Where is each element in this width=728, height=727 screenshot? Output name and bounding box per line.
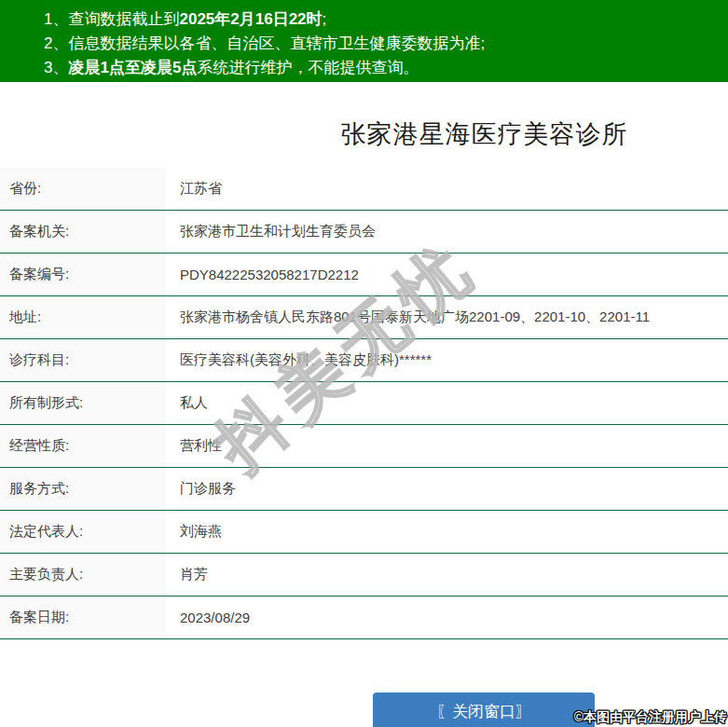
row-value: 张家港市卫生和计划生育委员会 xyxy=(166,211,728,253)
row-label: 地址: xyxy=(0,296,166,338)
row-label: 省份: xyxy=(0,168,166,210)
row-label: 主要负责人: xyxy=(0,554,166,596)
row-value: 私人 xyxy=(166,382,728,424)
row-label: 法定代表人: xyxy=(0,511,166,553)
row-value: 门诊服务 xyxy=(166,468,728,510)
row-label: 服务方式: xyxy=(0,468,166,510)
row-value: 张家港市杨舍镇人民东路801号国泰新天地广场2201-09、2201-10、22… xyxy=(166,296,728,338)
notice-text: 信息数据结果以各省、自治区、直辖市卫生健康委数据为准; xyxy=(68,34,485,52)
table-row: 主要负责人: 肖芳 xyxy=(0,554,728,597)
row-label: 备案日期: xyxy=(0,597,166,638)
row-value: PDY84222532058217D2212 xyxy=(166,254,728,295)
row-label: 所有制形式: xyxy=(0,382,166,424)
notice-text-bold: 凌晨1点至凌晨5点 xyxy=(68,59,197,76)
table-row: 省份: 江苏省 xyxy=(0,168,728,211)
table-row: 备案机关: 张家港市卫生和计划生育委员会 xyxy=(0,211,728,254)
row-value: 2023/08/29 xyxy=(166,597,728,638)
row-value: 江苏省 xyxy=(166,168,728,210)
table-row: 服务方式: 门诊服务 xyxy=(0,468,728,511)
notice-line: 2、信息数据结果以各省、自治区、直辖市卫生健康委数据为准; xyxy=(44,32,728,56)
page-title: 张家港星海医疗美容诊所 xyxy=(0,117,728,151)
page: 1、查询数据截止到2025年2月16日22时; 2、信息数据结果以各省、自治区、… xyxy=(0,0,728,727)
notice-text: 查询数据截止到 xyxy=(68,10,179,28)
row-value: 医疗美容科(美容外科、美容皮肤科)****** xyxy=(166,339,728,381)
table-row: 备案日期: 2023/08/29 xyxy=(0,597,728,639)
row-label: 备案编号: xyxy=(0,254,166,295)
notice-line: 1、查询数据截止到2025年2月16日22时; xyxy=(44,7,728,32)
table-row: 地址: 张家港市杨舍镇人民东路801号国泰新天地广场2201-09、2201-1… xyxy=(0,296,728,339)
notice-text: 系统进行维护，不能提供查询。 xyxy=(197,59,419,76)
row-value: 肖芳 xyxy=(166,554,728,596)
notice-number: 3、 xyxy=(44,59,68,76)
table-row: 所有制形式: 私人 xyxy=(0,382,728,425)
upload-credit-watermark: ©本图由平台注册用户上传 xyxy=(574,709,727,726)
notice-number: 2、 xyxy=(44,34,68,52)
close-window-button[interactable]: 〖关闭窗口〗 xyxy=(373,693,595,727)
record-table: 省份: 江苏省 备案机关: 张家港市卫生和计划生育委员会 备案编号: PDY84… xyxy=(0,168,728,639)
table-row: 法定代表人: 刘海燕 xyxy=(0,511,728,554)
row-label: 诊疗科目: xyxy=(0,339,166,381)
notice-banner: 1、查询数据截止到2025年2月16日22时; 2、信息数据结果以各省、自治区、… xyxy=(0,0,728,82)
notice-number: 1、 xyxy=(44,10,68,28)
row-value: 刘海燕 xyxy=(166,511,728,553)
row-label: 备案机关: xyxy=(0,211,166,253)
table-row: 备案编号: PDY84222532058217D2212 xyxy=(0,254,728,296)
table-row: 诊疗科目: 医疗美容科(美容外科、美容皮肤科)****** xyxy=(0,339,728,382)
row-label: 经营性质: xyxy=(0,425,166,467)
notice-text-bold: 2025年2月16日22时 xyxy=(179,10,322,28)
notice-text: ; xyxy=(323,10,327,28)
row-value: 营利性 xyxy=(166,425,728,467)
notice-line: 3、凌晨1点至凌晨5点系统进行维护，不能提供查询。 xyxy=(44,56,728,80)
table-row: 经营性质: 营利性 xyxy=(0,425,728,468)
